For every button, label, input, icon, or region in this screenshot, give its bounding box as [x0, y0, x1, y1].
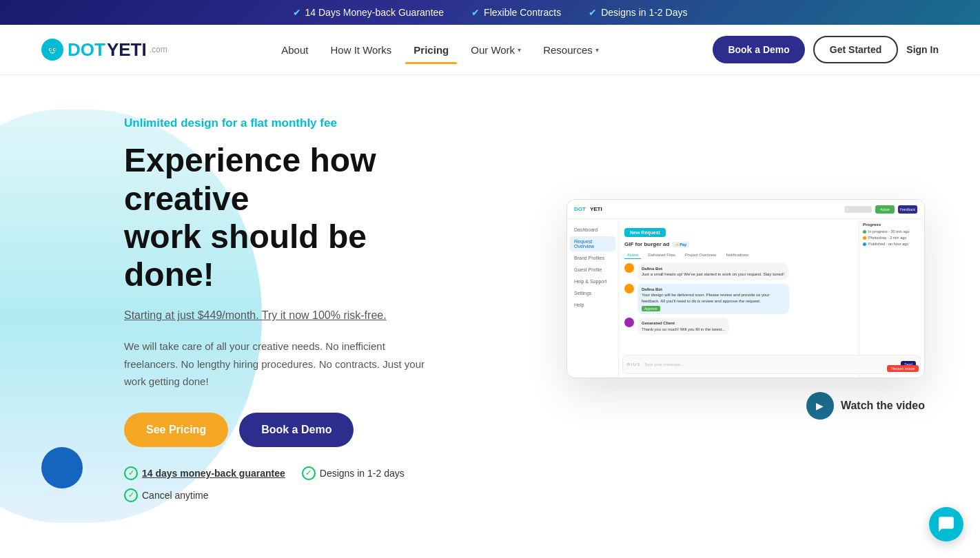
dash-logo-yeti: YETI: [590, 206, 602, 212]
dash-progress-title: Progress: [863, 223, 921, 227]
badge-money-back-text[interactable]: 14 days money-back guarantee: [142, 468, 285, 479]
dash-tab-notifications[interactable]: Notifications: [723, 251, 751, 259]
check-icon-cancel: ✓: [124, 488, 138, 502]
nav-link-about[interactable]: About: [273, 39, 316, 61]
nav-item-our-work[interactable]: Our Work ▾: [462, 39, 529, 61]
nav-item-pricing[interactable]: Pricing: [405, 39, 457, 61]
dash-progress-item-3: Published - an hour ago: [863, 242, 921, 246]
hero-buttons: See Pricing Book a Demo: [124, 413, 441, 447]
dash-sidebar-brand[interactable]: Brand Profiles: [570, 253, 615, 263]
nav-item-about[interactable]: About: [273, 39, 316, 61]
nav-link-resources[interactable]: Resources ▾: [535, 39, 607, 61]
nav-link-how-it-works[interactable]: How It Works: [322, 39, 400, 61]
dash-tabs: Active Delivered Files Project Overview …: [624, 251, 853, 259]
hero-heading: Experience how creative work should be d…: [124, 141, 441, 293]
logo-com-text: .com: [150, 45, 167, 54]
progress-text-2: Photoshop - 2 min ago: [868, 236, 906, 240]
nav-actions: Book a Demo Get Started Sign In: [713, 36, 939, 63]
sign-in-button[interactable]: Sign In: [906, 44, 939, 55]
dash-messages: Dafina Bot Just a small heads up! We've …: [624, 263, 853, 335]
banner-text-3: Designs in 1-2 Days: [601, 7, 687, 18]
dash-brand-tag: ⚡Pay: [672, 242, 689, 247]
dash-main: New Request GIF for burger ad ⚡Pay Activ…: [619, 219, 859, 378]
reply-placeholder: Type your message...: [644, 362, 684, 366]
reply-toolbar: B I U ≡: [627, 362, 640, 366]
approve-btn[interactable]: Approve: [642, 306, 660, 311]
progress-dot-green: [863, 230, 866, 234]
hero-content: Unlimited design for a flat monthly fee …: [55, 116, 441, 502]
hero-badges: ✓ 14 days money-back guarantee ✓ Designs…: [124, 466, 441, 502]
dash-status-active: Active: [875, 205, 895, 214]
dash-msg-1: Dafina Bot Just a small heads up! We've …: [624, 263, 853, 280]
dash-tab-overview[interactable]: Project Overview: [682, 251, 719, 259]
dash-body: Dashboard Request Overview Brand Profile…: [567, 219, 924, 378]
hero-heading-line1: Experience how creative: [124, 142, 376, 216]
dash-sidebar-dashboard[interactable]: Dashboard: [570, 225, 615, 235]
play-button-icon[interactable]: ▶: [806, 392, 834, 420]
get-started-button[interactable]: Get Started: [813, 36, 898, 63]
dash-new-request-btn[interactable]: New Request: [624, 228, 666, 237]
dash-bubble-2: Dafina Bot Your design will be delivered…: [637, 284, 789, 315]
nav-links: About How It Works Pricing Our Work ▾ Re…: [273, 39, 607, 61]
dash-progress-item-1: In progress - 30 min ago: [863, 229, 921, 234]
hero-badge-money-back: ✓ 14 days money-back guarantee: [124, 466, 285, 480]
svg-point-3: [50, 49, 52, 50]
dash-tab-active[interactable]: Active: [624, 251, 641, 259]
watch-video[interactable]: ▶ Watch the video: [806, 392, 925, 420]
hero-badge-designs: ✓ Designs in 1-2 days: [302, 466, 405, 480]
book-demo-button[interactable]: Book a Demo: [713, 36, 804, 63]
nav-link-pricing[interactable]: Pricing: [405, 39, 457, 61]
svg-point-0: [45, 42, 60, 57]
dash-sidebar-guest[interactable]: Guest Profile: [570, 265, 615, 275]
dash-sidebar-help[interactable]: Help & Support: [570, 276, 615, 287]
hero-tagline: Unlimited design for a flat monthly fee: [124, 116, 441, 130]
dash-right-panel: Progress In progress - 30 min ago Photos…: [859, 219, 924, 378]
nav-item-how-it-works[interactable]: How It Works: [322, 39, 400, 61]
dash-sidebar: Dashboard Request Overview Brand Profile…: [567, 219, 619, 378]
hero-section: Unlimited design for a flat monthly fee …: [0, 75, 980, 544]
dash-progress-item-2: Photoshop - 2 min ago: [863, 236, 921, 240]
svg-point-4: [54, 49, 56, 50]
dash-bubble-1: Dafina Bot Just a small heads up! We've …: [637, 263, 788, 280]
nav-link-our-work[interactable]: Our Work ▾: [462, 39, 529, 61]
yeti-face-icon: [41, 39, 63, 61]
dash-feedback-button[interactable]: Report Issue: [887, 365, 919, 372]
logo-yeti-text: YETI: [107, 39, 147, 61]
dash-avatar-3: [624, 318, 634, 327]
banner-item-2: ✔ Flexible Contracts: [471, 7, 561, 18]
dash-bubble-3: Generated Client Thank you so much! Will…: [637, 318, 729, 335]
dash-logo-dot: DOT: [574, 206, 586, 212]
top-banner: ✔ 14 Days Money-back Guarantee ✔ Flexibl…: [0, 0, 980, 25]
hero-visual: DOT YETI Active Feedback Dashboard Reque…: [441, 199, 939, 420]
check-icon-money-back: ✓: [124, 466, 138, 480]
progress-text-1: In progress - 30 min ago: [868, 229, 910, 234]
badge-designs-text: Designs in 1-2 days: [320, 468, 405, 479]
hero-subheading[interactable]: Starting at just $449/month. Try it now …: [124, 307, 441, 324]
book-demo-hero-button[interactable]: Book a Demo: [239, 413, 354, 447]
logo-dot-text: DOT: [68, 39, 105, 61]
banner-text-1: 14 Days Money-back Guarantee: [305, 7, 445, 18]
logo[interactable]: DOT YETI .com: [41, 39, 167, 61]
chevron-down-icon-our-work: ▾: [518, 46, 521, 54]
hero-description: We will take care of all your creative n…: [124, 338, 441, 391]
nav-item-resources[interactable]: Resources ▾: [535, 39, 607, 61]
hero-heading-line2: work should be done!: [124, 218, 367, 293]
dash-sidebar-request[interactable]: Request Overview: [570, 236, 615, 251]
dash-topbar: DOT YETI Active Feedback: [567, 200, 924, 219]
dash-status-btn: Feedback: [898, 205, 917, 214]
dashboard-screenshot: DOT YETI Active Feedback Dashboard Reque…: [566, 199, 925, 378]
blue-circle-decoration: [41, 447, 83, 488]
banner-text-2: Flexible Contracts: [484, 7, 561, 18]
dash-sidebar-settings[interactable]: Settings: [570, 288, 615, 298]
dash-sidebar-faq[interactable]: Help: [570, 300, 615, 310]
check-icon-designs: ✓: [302, 466, 316, 480]
hero-badge-cancel: ✓ Cancel anytime: [124, 488, 209, 502]
progress-dot-blue: [863, 242, 866, 246]
badge-cancel-text: Cancel anytime: [142, 490, 209, 501]
see-pricing-button[interactable]: See Pricing: [124, 413, 228, 447]
dash-msg-3: Generated Client Thank you so much! Will…: [624, 318, 853, 335]
dash-tab-delivered[interactable]: Delivered Files: [645, 251, 678, 259]
dash-avatar-2: [624, 284, 634, 293]
chat-bubble-button[interactable]: [929, 507, 963, 541]
dash-reply-area[interactable]: B I U ≡ Type your message... Send: [622, 355, 859, 374]
